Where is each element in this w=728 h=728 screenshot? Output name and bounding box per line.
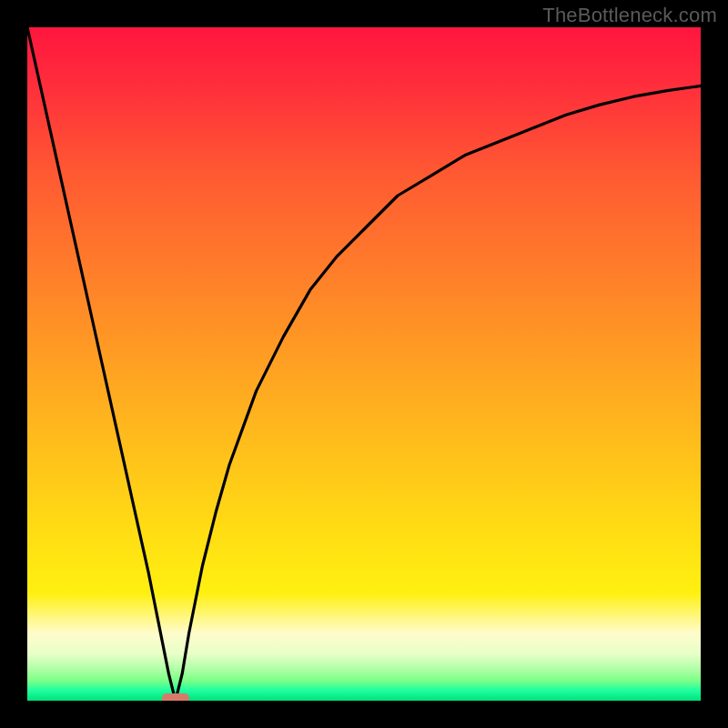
bottleneck-curve (27, 27, 701, 701)
plot-area (27, 27, 701, 701)
minimum-marker (162, 693, 189, 701)
chart-frame: TheBottleneck.com (0, 0, 728, 728)
watermark-text: TheBottleneck.com (542, 4, 717, 27)
